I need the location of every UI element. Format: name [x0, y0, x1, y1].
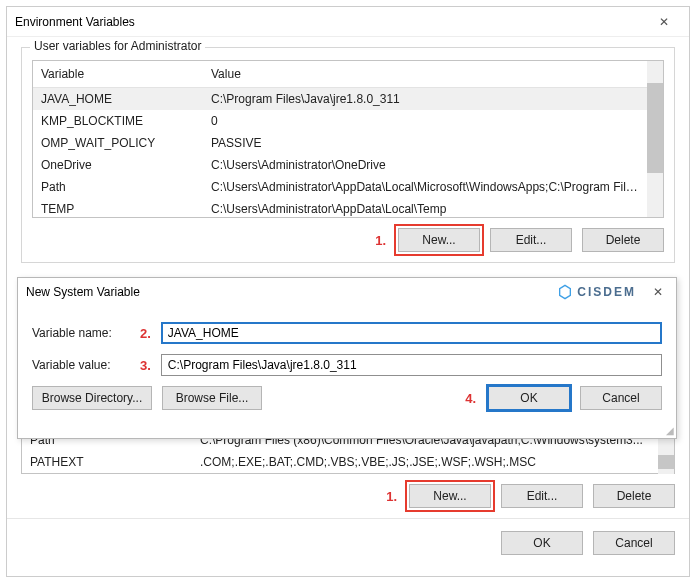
browse-directory-button[interactable]: Browse Directory...: [32, 386, 152, 410]
new-button[interactable]: New...: [409, 484, 491, 508]
annotation-4: 4.: [465, 391, 478, 406]
edit-button[interactable]: Edit...: [501, 484, 583, 508]
table-row[interactable]: Path C:\Users\Administrator\AppData\Loca…: [33, 176, 647, 198]
table-row[interactable]: OneDrive C:\Users\Administrator\OneDrive: [33, 154, 647, 176]
table-row[interactable]: JAVA_HOME C:\Program Files\Java\jre1.8.0…: [33, 88, 647, 111]
titlebar: Environment Variables ✕: [7, 7, 689, 37]
user-variables-table[interactable]: Variable Value JAVA_HOME C:\Program File…: [32, 60, 664, 218]
ok-button[interactable]: OK: [488, 386, 570, 410]
col-value[interactable]: Value: [203, 61, 647, 88]
delete-button[interactable]: Delete: [593, 484, 675, 508]
browse-file-button[interactable]: Browse File...: [162, 386, 262, 410]
scroll-thumb[interactable]: [658, 455, 674, 469]
annotation-1: 1.: [386, 489, 399, 504]
user-variables-group: User variables for Administrator Variabl…: [21, 47, 675, 263]
window-title: Environment Variables: [15, 15, 135, 29]
table-header-row: Variable Value: [33, 61, 647, 88]
table-row[interactable]: TEMP C:\Users\Administrator\AppData\Loca…: [33, 198, 647, 218]
annotation-2: 2.: [140, 326, 153, 341]
user-variables-title: User variables for Administrator: [30, 39, 205, 53]
table-row[interactable]: PATHEXT .COM;.EXE;.BAT;.CMD;.VBS;.VBE;.J…: [22, 451, 658, 473]
dialog-title: New System Variable: [26, 285, 140, 299]
table-row[interactable]: OMP_WAIT_POLICY PASSIVE: [33, 132, 647, 154]
hexagon-icon: [557, 284, 573, 300]
resize-grip-icon[interactable]: ◢: [666, 425, 674, 436]
cisdem-logo: CISDEM: [557, 284, 636, 300]
col-variable[interactable]: Variable: [33, 61, 203, 88]
annotation-3: 3.: [140, 358, 153, 373]
new-button[interactable]: New...: [398, 228, 480, 252]
variable-value-label: Variable value:: [32, 358, 132, 372]
cancel-button[interactable]: Cancel: [593, 531, 675, 555]
ok-button[interactable]: OK: [501, 531, 583, 555]
variable-name-input[interactable]: [161, 322, 662, 344]
scroll-thumb[interactable]: [647, 83, 663, 173]
cancel-button[interactable]: Cancel: [580, 386, 662, 410]
dialog-titlebar: New System Variable CISDEM ✕: [18, 278, 676, 306]
table-row[interactable]: KMP_BLOCKTIME 0: [33, 110, 647, 132]
variable-value-input[interactable]: [161, 354, 662, 376]
edit-button[interactable]: Edit...: [490, 228, 572, 252]
new-system-variable-dialog: New System Variable CISDEM ✕ Variable na…: [17, 277, 677, 439]
close-icon[interactable]: ✕: [647, 15, 681, 29]
close-icon[interactable]: ✕: [648, 285, 668, 299]
delete-button[interactable]: Delete: [582, 228, 664, 252]
annotation-1: 1.: [375, 233, 388, 248]
variable-name-label: Variable name:: [32, 326, 132, 340]
scrollbar[interactable]: [647, 61, 663, 217]
